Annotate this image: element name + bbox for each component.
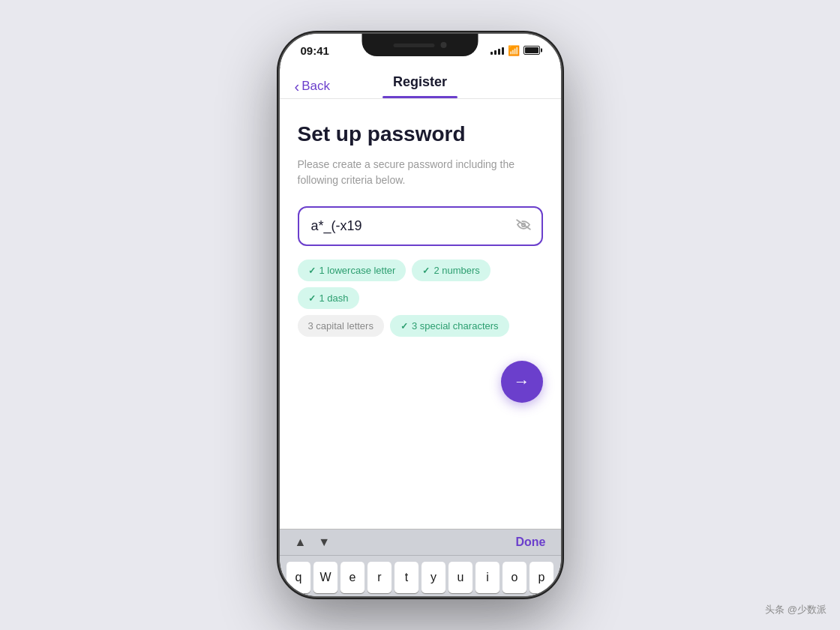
notch bbox=[362, 34, 478, 56]
criteria-row-1: ✓ 1 lowercase letter ✓ 2 numbers ✓ 1 das… bbox=[298, 260, 543, 309]
keyboard-arrows: ▲ ▼ bbox=[295, 536, 331, 549]
phone-shell: 09:41 📶 ‹ B bbox=[280, 34, 561, 596]
criterion-lowercase: ✓ 1 lowercase letter bbox=[298, 260, 406, 281]
check-icon: ✓ bbox=[308, 293, 316, 304]
arrow-down-icon[interactable]: ▼ bbox=[318, 536, 330, 549]
back-button[interactable]: ‹ Back bbox=[295, 79, 330, 94]
key-q[interactable]: q bbox=[286, 562, 310, 593]
page-description: Please create a secure password includin… bbox=[298, 157, 543, 188]
page-title: Set up password bbox=[298, 122, 543, 147]
content-area: Set up password Please create a secure p… bbox=[280, 99, 561, 530]
screen: 09:41 📶 ‹ B bbox=[280, 34, 561, 596]
password-input[interactable] bbox=[298, 206, 543, 246]
key-t[interactable]: t bbox=[394, 562, 418, 593]
done-button[interactable]: Done bbox=[516, 536, 546, 549]
criterion-dash-label: 1 dash bbox=[320, 292, 349, 304]
criterion-lowercase-label: 1 lowercase letter bbox=[320, 265, 396, 276]
keyboard-area: ▲ ▼ Done q W e r t y u i o p bbox=[280, 529, 561, 596]
check-icon: ✓ bbox=[308, 266, 316, 276]
criteria-row-2: 3 capital letters ✓ 3 special characters bbox=[298, 315, 543, 337]
status-time: 09:41 bbox=[301, 44, 331, 57]
nav-underline bbox=[382, 96, 458, 98]
status-bar: 09:41 📶 bbox=[280, 34, 561, 67]
criterion-numbers: ✓ 2 numbers bbox=[412, 260, 490, 281]
criterion-numbers-label: 2 numbers bbox=[434, 265, 479, 276]
signal-icon bbox=[490, 46, 504, 55]
keyboard-toolbar: ▲ ▼ Done bbox=[280, 530, 561, 556]
criterion-special-label: 3 special characters bbox=[412, 320, 499, 332]
key-u[interactable]: u bbox=[448, 562, 472, 593]
key-i[interactable]: i bbox=[476, 562, 500, 593]
nav-title-wrapper: Register bbox=[382, 74, 458, 98]
nav-bar: ‹ Back Register bbox=[280, 67, 561, 98]
password-input-wrapper bbox=[298, 206, 543, 246]
notch-speaker bbox=[394, 44, 435, 47]
watermark: 头条 @少数派 bbox=[765, 603, 826, 616]
check-icon: ✓ bbox=[400, 321, 408, 332]
arrow-up-icon[interactable]: ▲ bbox=[295, 536, 307, 549]
eye-toggle-icon[interactable] bbox=[515, 218, 532, 234]
key-r[interactable]: r bbox=[368, 562, 392, 593]
arrow-right-icon: → bbox=[514, 372, 530, 392]
notch-camera bbox=[441, 42, 447, 48]
next-button-wrapper: → bbox=[298, 361, 543, 403]
next-button[interactable]: → bbox=[501, 361, 543, 403]
wifi-icon: 📶 bbox=[508, 45, 520, 56]
scene: 09:41 📶 ‹ B bbox=[0, 0, 840, 630]
key-e[interactable]: e bbox=[340, 562, 364, 593]
check-icon: ✓ bbox=[422, 266, 430, 276]
criterion-capital-label: 3 capital letters bbox=[308, 320, 374, 332]
criterion-dash: ✓ 1 dash bbox=[298, 287, 359, 309]
key-p[interactable]: p bbox=[530, 562, 554, 593]
key-w[interactable]: W bbox=[314, 562, 338, 593]
battery-icon bbox=[524, 46, 540, 55]
key-o[interactable]: o bbox=[502, 562, 526, 593]
keyboard-keys-row: q W e r t y u i o p bbox=[280, 556, 561, 596]
criterion-special: ✓ 3 special characters bbox=[390, 315, 509, 337]
key-y[interactable]: y bbox=[422, 562, 446, 593]
back-label[interactable]: Back bbox=[302, 79, 330, 94]
chevron-left-icon: ‹ bbox=[295, 79, 300, 94]
criterion-capital: 3 capital letters bbox=[298, 315, 384, 337]
nav-title: Register bbox=[393, 74, 447, 96]
status-icons: 📶 bbox=[490, 45, 540, 56]
